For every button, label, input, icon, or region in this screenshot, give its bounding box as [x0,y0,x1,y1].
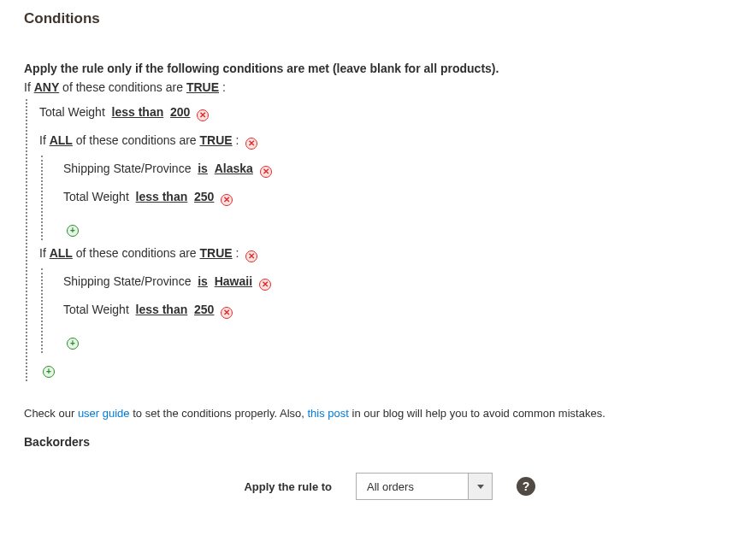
operator-link[interactable]: less than [136,190,188,203]
middle-text: of these conditions are [73,246,200,260]
select-value: All orders [357,480,468,493]
aggregator-link[interactable]: ANY [34,80,60,94]
add-icon[interactable]: + [67,225,79,237]
help-icon[interactable]: ? [517,477,535,496]
group-header: If ALL of these conditions are TRUE : ✕ [39,127,732,156]
remove-icon[interactable]: ✕ [197,109,209,121]
condition-row: Total Weight less than 250 ✕ [63,297,732,325]
remove-icon[interactable]: ✕ [245,250,257,262]
attribute-text: Total Weight [39,105,105,119]
remove-icon[interactable]: ✕ [221,194,233,206]
apply-rule-select[interactable]: All orders [356,473,493,500]
add-condition-row: + [39,353,732,381]
middle-text: of these conditions are [59,80,186,94]
remove-icon[interactable]: ✕ [259,279,271,291]
value-link[interactable]: 250 [194,303,214,316]
hint-pre: Check our [24,407,78,420]
conditions-tree: Total Weight less than 200 ✕ If ALL of t… [26,99,732,381]
section-title: Conditions [24,10,732,27]
aggregator-link[interactable]: ALL [50,133,73,147]
value-link[interactable]: Hawaii [215,274,252,288]
add-condition-row: + [63,325,732,353]
attribute-text: Shipping State/Province [63,162,191,175]
chevron-down-icon[interactable] [468,474,492,499]
group-subtree: Shipping State/Province is Hawaii ✕ Tota… [41,268,732,353]
blog-post-link[interactable]: this post [307,407,348,420]
operator-link[interactable]: less than [136,303,188,316]
hint-mid: to set the conditions properly. Also, [130,407,308,420]
add-condition-row: + [63,212,732,240]
instructions-text: Apply the rule only if the following con… [24,62,732,75]
if-text: If [39,133,50,147]
attribute-text: Total Weight [63,190,129,203]
condition-row: Total Weight less than 250 ✕ [63,184,732,212]
if-text: If [24,80,34,94]
remove-icon[interactable]: ✕ [245,138,257,150]
operator-link[interactable]: is [198,274,208,288]
aggregator-link[interactable]: ALL [50,246,73,260]
condition-row: Shipping State/Province is Hawaii ✕ [63,268,732,297]
suffix-text: : [233,133,239,147]
suffix-text: : [219,80,226,94]
attribute-text: Shipping State/Province [63,274,191,288]
operator-link[interactable]: is [198,162,208,175]
value-link[interactable]: 200 [170,105,190,119]
value-link[interactable]: TRUE [200,246,233,260]
value-link[interactable]: TRUE [200,133,233,147]
suffix-text: : [233,246,239,260]
condition-row: Shipping State/Province is Alaska ✕ [63,156,732,184]
backorders-title: Backorders [24,435,732,449]
apply-rule-field: Apply the rule to All orders ? [24,473,732,500]
hint-post: in our blog will help you to avoid commo… [349,407,605,420]
group-header: If ALL of these conditions are TRUE : ✕ [39,240,732,268]
remove-icon[interactable]: ✕ [260,166,272,178]
value-link[interactable]: Alaska [215,162,253,175]
if-text: If [39,246,50,260]
value-link[interactable]: TRUE [186,80,219,94]
apply-rule-label: Apply the rule to [24,480,332,493]
add-icon[interactable]: + [67,338,79,350]
attribute-text: Total Weight [63,303,129,316]
operator-link[interactable]: less than [112,105,164,119]
remove-icon[interactable]: ✕ [221,307,233,319]
value-link[interactable]: 250 [194,190,214,203]
middle-text: of these conditions are [73,133,200,147]
user-guide-link[interactable]: user guide [78,407,130,420]
hint-text: Check our user guide to set the conditio… [24,407,732,420]
group-subtree: Shipping State/Province is Alaska ✕ Tota… [41,156,732,240]
add-icon[interactable]: + [43,366,55,378]
condition-row: Total Weight less than 200 ✕ [39,99,732,127]
root-condition: If ANY of these conditions are TRUE : [24,80,732,94]
